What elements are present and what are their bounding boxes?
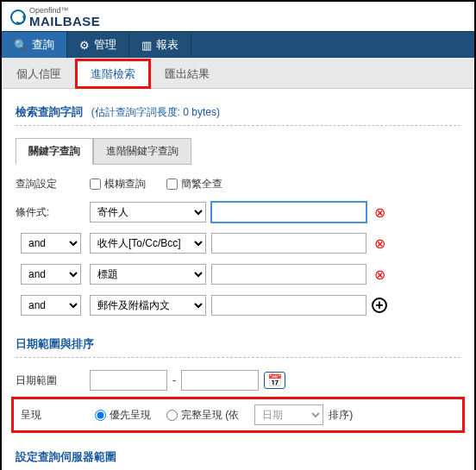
date-to-input[interactable] <box>181 370 259 391</box>
field-select-2[interactable]: 收件人[To/Cc/Bcc] <box>90 233 206 254</box>
date-from-input[interactable] <box>90 370 167 391</box>
value-input-1[interactable] <box>211 202 366 222</box>
field-select-1[interactable]: 寄件人 <box>90 202 206 222</box>
tab-advanced[interactable]: 進階檢索 <box>76 60 150 88</box>
inner-tab-keyword[interactable]: 關鍵字查詢 <box>16 138 93 165</box>
length-hint: (估計查詢字詞長度: 0 bytes) <box>91 106 220 118</box>
priority-radio[interactable]: 優先呈現 <box>95 408 151 423</box>
sub-tabs: 個人信匣 進階檢索 匯出結果 <box>2 58 474 89</box>
section-date-title: 日期範圍與排序 <box>16 331 460 358</box>
tab-personal[interactable]: 個人信匣 <box>2 60 76 88</box>
top-nav: 🔍 查詢 ⚙ 管理 ▥ 報表 <box>2 31 474 58</box>
op-select-4[interactable]: and <box>21 295 81 316</box>
date-range-label: 日期範圍 <box>16 373 85 388</box>
delete-row-icon[interactable]: ⊗ <box>372 266 387 283</box>
sort-select[interactable]: 日期 <box>254 404 323 425</box>
op-select-2[interactable]: and <box>21 233 81 254</box>
date-separator: - <box>172 374 176 386</box>
value-input-2[interactable] <box>211 233 366 254</box>
tab-export[interactable]: 匯出結果 <box>150 60 224 88</box>
sort-suffix: 排序) <box>329 408 353 423</box>
search-icon: 🔍 <box>14 39 28 52</box>
inner-tab-adv-keyword[interactable]: 進階關鍵字查詢 <box>93 138 191 165</box>
value-input-3[interactable] <box>211 264 366 285</box>
nav-manage[interactable]: ⚙ 管理 <box>67 32 129 58</box>
fuzzy-checkbox[interactable]: 模糊查詢 <box>90 177 146 191</box>
brand-header: Openfind™ MAILBASE <box>2 2 474 31</box>
simptrad-checkbox[interactable]: 簡繁全查 <box>166 177 222 191</box>
delete-row-icon[interactable]: ⊗ <box>372 204 387 221</box>
brand-title: MAILBASE <box>29 15 100 28</box>
condition-label: 條件式: <box>16 205 85 220</box>
gear-icon: ⚙ <box>79 39 90 52</box>
op-select-3[interactable]: and <box>21 264 81 285</box>
value-input-4[interactable] <box>211 295 366 316</box>
add-row-icon[interactable]: + <box>372 298 387 313</box>
nav-search[interactable]: 🔍 查詢 <box>2 32 67 58</box>
field-select-4[interactable]: 郵件及附檔內文 <box>90 295 206 316</box>
delete-row-icon[interactable]: ⊗ <box>372 235 387 252</box>
section-server-title: 設定查詢伺服器範圍 <box>16 444 460 470</box>
inner-tabs: 關鍵字查詢 進階關鍵字查詢 <box>16 138 460 165</box>
complete-radio[interactable]: 完整呈現 (依 <box>166 408 239 423</box>
section-query-title: 檢索查詢字詞 (估計查詢字詞長度: 0 bytes) <box>16 99 460 126</box>
nav-report[interactable]: ▥ 報表 <box>129 32 191 58</box>
field-select-3[interactable]: 標題 <box>90 264 206 285</box>
query-setting-label: 查詢設定 <box>16 177 85 191</box>
calendar-icon[interactable]: 📅 <box>264 372 285 389</box>
brand-logo-icon <box>10 9 26 25</box>
display-label: 呈現 <box>21 408 90 423</box>
chart-icon: ▥ <box>141 39 152 52</box>
